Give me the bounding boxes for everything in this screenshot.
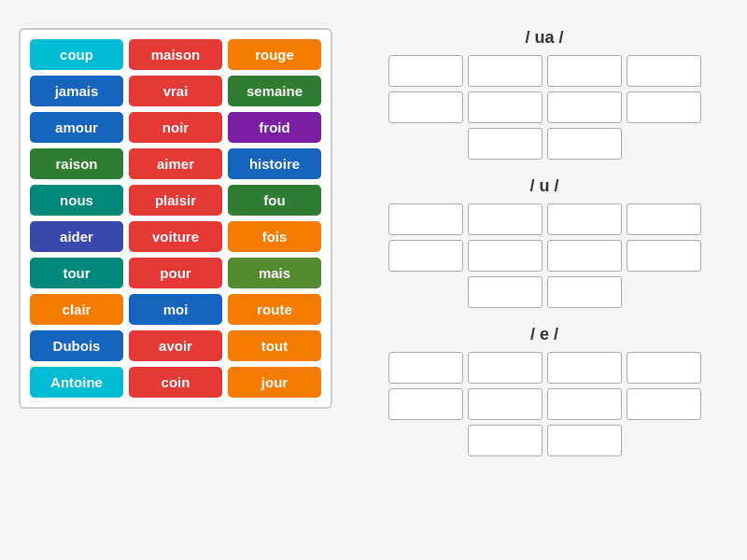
drop-box[interactable] bbox=[468, 203, 543, 235]
drop-box[interactable] bbox=[547, 388, 622, 420]
drop-box[interactable] bbox=[468, 276, 543, 308]
word-tile[interactable]: tour bbox=[30, 258, 123, 288]
drop-box[interactable] bbox=[547, 55, 622, 87]
drop-box[interactable] bbox=[468, 388, 543, 420]
drop-row bbox=[468, 425, 622, 456]
word-tile[interactable]: nous bbox=[30, 185, 123, 216]
drop-row bbox=[388, 352, 701, 384]
drop-box[interactable] bbox=[627, 388, 701, 420]
word-tile[interactable]: raison bbox=[30, 148, 123, 179]
drop-box[interactable] bbox=[468, 425, 543, 456]
section-title: / ua / bbox=[525, 28, 563, 48]
drop-rows bbox=[388, 55, 701, 160]
word-tile[interactable]: aimer bbox=[129, 148, 222, 179]
drop-row bbox=[388, 240, 701, 272]
drop-row bbox=[468, 276, 622, 308]
word-tile[interactable]: coup bbox=[30, 39, 123, 70]
drop-box[interactable] bbox=[547, 352, 622, 384]
drop-box[interactable] bbox=[388, 388, 463, 420]
drop-box[interactable] bbox=[468, 240, 543, 272]
drop-rows bbox=[388, 203, 701, 308]
drop-box[interactable] bbox=[627, 55, 701, 87]
drop-box[interactable] bbox=[468, 91, 543, 123]
word-tile[interactable]: avoir bbox=[129, 330, 222, 361]
drop-section: / e / bbox=[360, 325, 728, 456]
word-tile[interactable]: semaine bbox=[228, 76, 321, 106]
drop-box[interactable] bbox=[547, 425, 622, 456]
drop-section: / u / bbox=[360, 176, 728, 308]
word-tile[interactable]: rouge bbox=[228, 39, 321, 70]
drop-row bbox=[388, 388, 701, 420]
drop-row bbox=[388, 55, 701, 87]
drop-box[interactable] bbox=[388, 203, 463, 235]
word-tile[interactable]: tout bbox=[228, 330, 321, 361]
drop-rows bbox=[388, 352, 701, 456]
drop-box[interactable] bbox=[468, 128, 543, 160]
drop-box[interactable] bbox=[547, 240, 622, 272]
word-tile[interactable]: Antoine bbox=[30, 367, 123, 398]
drop-box[interactable] bbox=[468, 352, 543, 384]
word-tile[interactable]: fou bbox=[228, 185, 321, 216]
word-tile[interactable]: noir bbox=[129, 112, 222, 143]
word-tile[interactable]: route bbox=[228, 294, 321, 325]
drop-box[interactable] bbox=[388, 240, 463, 272]
word-grid: coupmaisonrougejamaisvraisemaineamournoi… bbox=[19, 28, 332, 409]
word-tile[interactable]: clair bbox=[30, 294, 123, 325]
word-tile[interactable]: Dubois bbox=[30, 330, 123, 361]
word-tile[interactable]: jour bbox=[228, 367, 321, 398]
drop-box[interactable] bbox=[627, 240, 701, 272]
drop-box[interactable] bbox=[547, 91, 622, 123]
drop-box[interactable] bbox=[547, 276, 622, 308]
word-tile[interactable]: froid bbox=[228, 112, 321, 143]
drop-box[interactable] bbox=[547, 203, 622, 235]
word-tile[interactable]: aider bbox=[30, 221, 123, 252]
drop-box[interactable] bbox=[627, 203, 701, 235]
word-tile[interactable]: vrai bbox=[129, 76, 222, 106]
drop-box[interactable] bbox=[468, 55, 543, 87]
drop-box[interactable] bbox=[547, 128, 622, 160]
drop-row bbox=[388, 203, 701, 235]
section-title: / u / bbox=[530, 176, 559, 196]
word-tile[interactable]: pour bbox=[129, 258, 222, 288]
drop-panel: / ua // u // e / bbox=[360, 28, 728, 456]
drop-box[interactable] bbox=[388, 55, 463, 87]
drop-box[interactable] bbox=[388, 352, 463, 384]
word-tile[interactable]: amour bbox=[30, 112, 123, 143]
section-title: / e / bbox=[530, 325, 558, 344]
word-tile[interactable]: moi bbox=[129, 294, 222, 325]
drop-box[interactable] bbox=[388, 91, 463, 123]
word-tile[interactable]: fois bbox=[228, 221, 321, 252]
word-tile[interactable]: maison bbox=[129, 39, 222, 70]
drop-section: / ua / bbox=[360, 28, 728, 160]
word-tile[interactable]: plaisir bbox=[129, 185, 222, 216]
word-tile[interactable]: coin bbox=[129, 367, 222, 398]
word-tile[interactable]: mais bbox=[228, 258, 321, 288]
word-tile[interactable]: jamais bbox=[30, 76, 123, 106]
drop-row bbox=[388, 91, 701, 123]
drop-row bbox=[468, 128, 622, 160]
word-tile[interactable]: voiture bbox=[129, 221, 222, 252]
drop-box[interactable] bbox=[627, 91, 701, 123]
drop-box[interactable] bbox=[627, 352, 701, 384]
word-tile[interactable]: histoire bbox=[228, 148, 321, 179]
